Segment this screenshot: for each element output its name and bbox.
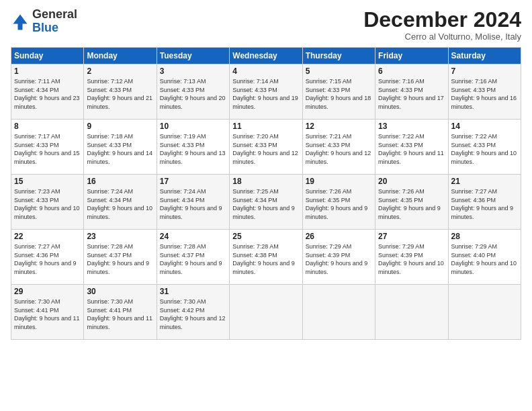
day-number: 24: [160, 232, 226, 241]
day-info: Sunrise: 7:27 AMSunset: 4:36 PMDaylight:…: [14, 242, 81, 276]
svg-marker-0: [13, 14, 28, 30]
day-info: Sunrise: 7:27 AMSunset: 4:36 PMDaylight:…: [451, 187, 518, 221]
day-info: Sunrise: 7:28 AMSunset: 4:37 PMDaylight:…: [160, 242, 226, 276]
calendar-cell: 25Sunrise: 7:28 AMSunset: 4:38 PMDayligh…: [230, 230, 302, 285]
day-number: 9: [87, 122, 153, 131]
day-number: 5: [306, 66, 372, 76]
month-title: December 2024: [363, 8, 521, 32]
calendar-cell: 2Sunrise: 7:12 AMSunset: 4:33 PMDaylight…: [84, 64, 157, 120]
title-section: December 2024 Cerro al Volturno, Molise,…: [363, 8, 521, 42]
calendar-cell: 5Sunrise: 7:15 AMSunset: 4:33 PMDaylight…: [302, 64, 375, 120]
calendar-cell: [302, 285, 375, 340]
calendar-cell: 19Sunrise: 7:26 AMSunset: 4:35 PMDayligh…: [302, 175, 375, 230]
calendar-week-3: 15Sunrise: 7:23 AMSunset: 4:33 PMDayligh…: [11, 175, 521, 230]
calendar-cell: 8Sunrise: 7:17 AMSunset: 4:33 PMDaylight…: [11, 120, 84, 175]
day-info: Sunrise: 7:16 AMSunset: 4:33 PMDaylight:…: [378, 77, 445, 111]
calendar-header-row: SundayMondayTuesdayWednesdayThursdayFrid…: [11, 48, 521, 64]
calendar-cell: 1Sunrise: 7:11 AMSunset: 4:34 PMDaylight…: [11, 64, 84, 120]
day-number: 20: [378, 177, 445, 186]
day-number: 21: [451, 177, 518, 186]
calendar-cell: 30Sunrise: 7:30 AMSunset: 4:41 PMDayligh…: [84, 285, 157, 340]
calendar-cell: 11Sunrise: 7:20 AMSunset: 4:33 PMDayligh…: [230, 120, 302, 175]
page: General Blue December 2024 Cerro al Volt…: [0, 0, 532, 411]
calendar-cell: 22Sunrise: 7:27 AMSunset: 4:36 PMDayligh…: [11, 230, 84, 285]
day-info: Sunrise: 7:22 AMSunset: 4:33 PMDaylight:…: [378, 132, 445, 166]
day-info: Sunrise: 7:22 AMSunset: 4:33 PMDaylight:…: [451, 132, 518, 166]
logo-general: General: [32, 8, 77, 21]
day-number: 19: [306, 177, 372, 186]
location: Cerro al Volturno, Molise, Italy: [363, 32, 521, 42]
calendar-cell: 10Sunrise: 7:19 AMSunset: 4:33 PMDayligh…: [157, 120, 229, 175]
day-number: 23: [87, 232, 153, 241]
calendar-cell: 26Sunrise: 7:29 AMSunset: 4:39 PMDayligh…: [302, 230, 375, 285]
day-info: Sunrise: 7:29 AMSunset: 4:40 PMDaylight:…: [451, 242, 518, 276]
day-number: 4: [232, 66, 299, 76]
calendar-cell: 21Sunrise: 7:27 AMSunset: 4:36 PMDayligh…: [448, 175, 521, 230]
day-info: Sunrise: 7:25 AMSunset: 4:34 PMDaylight:…: [232, 187, 299, 221]
day-number: 26: [306, 232, 372, 241]
day-info: Sunrise: 7:11 AMSunset: 4:34 PMDaylight:…: [14, 77, 81, 111]
calendar-cell: 13Sunrise: 7:22 AMSunset: 4:33 PMDayligh…: [375, 120, 448, 175]
calendar-cell: 12Sunrise: 7:21 AMSunset: 4:33 PMDayligh…: [302, 120, 375, 175]
day-number: 17: [160, 177, 226, 186]
day-number: 14: [451, 122, 518, 131]
day-of-week-monday: Monday: [84, 48, 157, 64]
day-info: Sunrise: 7:19 AMSunset: 4:33 PMDaylight:…: [160, 132, 226, 166]
calendar-cell: 4Sunrise: 7:14 AMSunset: 4:33 PMDaylight…: [230, 64, 302, 120]
day-number: 15: [14, 177, 81, 186]
calendar-cell: 17Sunrise: 7:24 AMSunset: 4:34 PMDayligh…: [157, 175, 229, 230]
day-info: Sunrise: 7:24 AMSunset: 4:34 PMDaylight:…: [160, 187, 226, 221]
day-info: Sunrise: 7:26 AMSunset: 4:35 PMDaylight:…: [378, 187, 445, 221]
day-info: Sunrise: 7:17 AMSunset: 4:33 PMDaylight:…: [14, 132, 81, 166]
day-info: Sunrise: 7:13 AMSunset: 4:33 PMDaylight:…: [160, 77, 226, 111]
logo-blue: Blue: [32, 21, 77, 35]
day-of-week-tuesday: Tuesday: [157, 48, 229, 64]
day-info: Sunrise: 7:15 AMSunset: 4:33 PMDaylight:…: [306, 77, 372, 111]
day-info: Sunrise: 7:18 AMSunset: 4:33 PMDaylight:…: [87, 132, 153, 166]
logo: General Blue: [11, 8, 77, 35]
day-info: Sunrise: 7:20 AMSunset: 4:33 PMDaylight:…: [232, 132, 299, 166]
day-number: 18: [232, 177, 299, 186]
day-of-week-thursday: Thursday: [302, 48, 375, 64]
day-info: Sunrise: 7:24 AMSunset: 4:34 PMDaylight:…: [87, 187, 153, 221]
day-number: 16: [87, 177, 153, 186]
day-info: Sunrise: 7:16 AMSunset: 4:33 PMDaylight:…: [451, 77, 518, 111]
day-number: 13: [378, 122, 445, 131]
calendar-week-1: 1Sunrise: 7:11 AMSunset: 4:34 PMDaylight…: [11, 64, 521, 120]
calendar-cell: 6Sunrise: 7:16 AMSunset: 4:33 PMDaylight…: [375, 64, 448, 120]
day-of-week-sunday: Sunday: [11, 48, 84, 64]
day-number: 29: [14, 287, 81, 296]
day-of-week-friday: Friday: [375, 48, 448, 64]
day-info: Sunrise: 7:14 AMSunset: 4:33 PMDaylight:…: [232, 77, 299, 111]
day-number: 27: [378, 232, 445, 241]
day-number: 28: [451, 232, 518, 241]
calendar-cell: 15Sunrise: 7:23 AMSunset: 4:33 PMDayligh…: [11, 175, 84, 230]
day-number: 22: [14, 232, 81, 241]
day-info: Sunrise: 7:30 AMSunset: 4:41 PMDaylight:…: [14, 298, 81, 331]
day-info: Sunrise: 7:29 AMSunset: 4:39 PMDaylight:…: [378, 242, 445, 276]
day-number: 25: [232, 232, 299, 241]
logo-text: General Blue: [32, 8, 77, 35]
calendar-week-4: 22Sunrise: 7:27 AMSunset: 4:36 PMDayligh…: [11, 230, 521, 285]
day-info: Sunrise: 7:21 AMSunset: 4:33 PMDaylight:…: [306, 132, 372, 166]
day-number: 1: [14, 66, 81, 76]
calendar-cell: 28Sunrise: 7:29 AMSunset: 4:40 PMDayligh…: [448, 230, 521, 285]
day-of-week-saturday: Saturday: [448, 48, 521, 64]
calendar-week-5: 29Sunrise: 7:30 AMSunset: 4:41 PMDayligh…: [11, 285, 521, 340]
logo-icon: [11, 12, 30, 31]
calendar-cell: 24Sunrise: 7:28 AMSunset: 4:37 PMDayligh…: [157, 230, 229, 285]
calendar-cell: 20Sunrise: 7:26 AMSunset: 4:35 PMDayligh…: [375, 175, 448, 230]
day-info: Sunrise: 7:28 AMSunset: 4:37 PMDaylight:…: [87, 242, 153, 276]
day-of-week-wednesday: Wednesday: [230, 48, 302, 64]
calendar-table: SundayMondayTuesdayWednesdayThursdayFrid…: [11, 47, 521, 340]
day-number: 12: [306, 122, 372, 131]
calendar-cell: 16Sunrise: 7:24 AMSunset: 4:34 PMDayligh…: [84, 175, 157, 230]
calendar-cell: 18Sunrise: 7:25 AMSunset: 4:34 PMDayligh…: [230, 175, 302, 230]
calendar-cell: 23Sunrise: 7:28 AMSunset: 4:37 PMDayligh…: [84, 230, 157, 285]
calendar-cell: 9Sunrise: 7:18 AMSunset: 4:33 PMDaylight…: [84, 120, 157, 175]
day-number: 8: [14, 122, 81, 131]
day-info: Sunrise: 7:23 AMSunset: 4:33 PMDaylight:…: [14, 187, 81, 221]
calendar-cell: 7Sunrise: 7:16 AMSunset: 4:33 PMDaylight…: [448, 64, 521, 120]
day-number: 30: [87, 287, 153, 296]
calendar-cell: 27Sunrise: 7:29 AMSunset: 4:39 PMDayligh…: [375, 230, 448, 285]
